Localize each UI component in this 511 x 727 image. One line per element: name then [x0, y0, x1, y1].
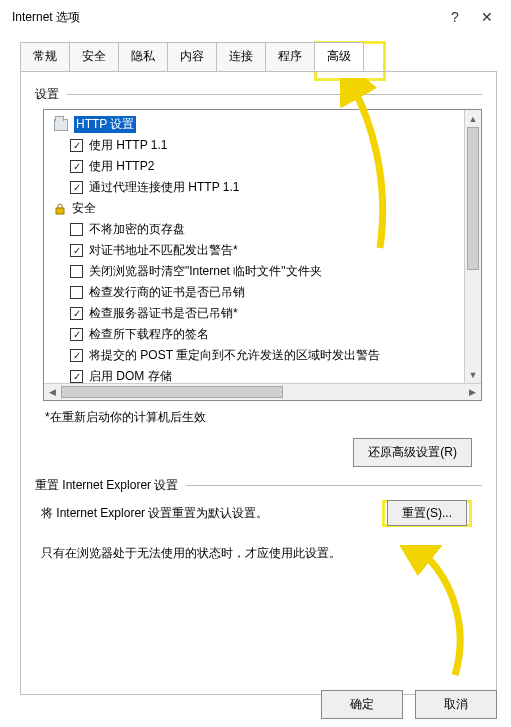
scroll-right-icon[interactable]: ▶ [464, 384, 481, 401]
list-item[interactable]: 将提交的 POST 重定向到不允许发送的区域时发出警告 [48, 345, 481, 366]
dialog-button-row: 确定 取消 [321, 690, 497, 719]
scroll-thumb[interactable] [467, 127, 479, 270]
divider [67, 94, 482, 95]
lock-icon [54, 203, 66, 215]
advanced-panel: 设置 HTTP 设置 使用 HTTP 1.1 使用 HTTP2 通过代理连接使用… [20, 71, 497, 695]
list-item-label: 检查服务器证书是否已吊销* [89, 305, 238, 322]
reset-group-label: 重置 Internet Explorer 设置 [35, 477, 482, 494]
scroll-track[interactable] [61, 384, 464, 400]
list-item-label: 对证书地址不匹配发出警告* [89, 242, 238, 259]
list-item[interactable]: 检查发行商的证书是否已吊销 [48, 282, 481, 303]
reset-info: 只有在浏览器处于无法使用的状态时，才应使用此设置。 [41, 545, 472, 562]
tab-connections[interactable]: 连接 [216, 42, 266, 71]
checkbox-icon[interactable] [70, 286, 83, 299]
list-item[interactable]: 使用 HTTP 1.1 [48, 135, 481, 156]
checkbox-icon[interactable] [70, 160, 83, 173]
list-item[interactable]: 通过代理连接使用 HTTP 1.1 [48, 177, 481, 198]
tab-security[interactable]: 安全 [69, 42, 119, 71]
vertical-scrollbar[interactable]: ▲ ▼ [464, 110, 481, 383]
svg-rect-0 [56, 208, 64, 214]
list-item[interactable]: 不将加密的页存盘 [48, 219, 481, 240]
checkbox-icon[interactable] [70, 370, 83, 383]
settings-list-inner: HTTP 设置 使用 HTTP 1.1 使用 HTTP2 通过代理连接使用 HT… [44, 110, 481, 391]
tab-label: 连接 [229, 49, 253, 63]
tab-advanced[interactable]: 高级 [314, 42, 364, 71]
list-item-label: 检查发行商的证书是否已吊销 [89, 284, 245, 301]
list-item-label: 通过代理连接使用 HTTP 1.1 [89, 179, 239, 196]
list-item[interactable]: 检查服务器证书是否已吊销* [48, 303, 481, 324]
help-button[interactable]: ? [439, 9, 471, 25]
checkbox-icon[interactable] [70, 181, 83, 194]
list-item[interactable]: 检查所下载程序的签名 [48, 324, 481, 345]
list-item-label: HTTP 设置 [74, 116, 136, 133]
list-item-label: 检查所下载程序的签名 [89, 326, 209, 343]
tab-label: 安全 [82, 49, 106, 63]
list-header-http[interactable]: HTTP 设置 [48, 114, 481, 135]
cancel-button[interactable]: 取消 [415, 690, 497, 719]
checkbox-icon[interactable] [70, 349, 83, 362]
tab-programs[interactable]: 程序 [265, 42, 315, 71]
list-item-label: 安全 [72, 200, 96, 217]
reset-button[interactable]: 重置(S)... [387, 500, 467, 526]
checkbox-icon[interactable] [70, 139, 83, 152]
tab-label: 隐私 [131, 49, 155, 63]
list-item-label: 使用 HTTP2 [89, 158, 154, 175]
tab-general[interactable]: 常规 [20, 42, 70, 71]
annotation-highlight-reset: 重置(S)... [382, 500, 472, 527]
settings-listbox[interactable]: HTTP 设置 使用 HTTP 1.1 使用 HTTP2 通过代理连接使用 HT… [43, 109, 482, 401]
ok-button[interactable]: 确定 [321, 690, 403, 719]
group-label-text: 设置 [35, 86, 59, 103]
list-item[interactable]: 对证书地址不匹配发出警告* [48, 240, 481, 261]
tab-label: 常规 [33, 49, 57, 63]
scroll-up-icon[interactable]: ▲ [465, 110, 481, 127]
tab-label: 高级 [327, 49, 351, 63]
list-header-security[interactable]: 安全 [48, 198, 481, 219]
list-item-label: 不将加密的页存盘 [89, 221, 185, 238]
restart-note: *在重新启动你的计算机后生效 [45, 409, 482, 426]
tab-privacy[interactable]: 隐私 [118, 42, 168, 71]
scroll-down-icon[interactable]: ▼ [465, 366, 481, 383]
settings-group-label: 设置 [35, 86, 482, 103]
checkbox-icon[interactable] [70, 244, 83, 257]
list-item[interactable]: 使用 HTTP2 [48, 156, 481, 177]
titlebar: Internet 选项 ? ✕ [0, 0, 511, 34]
window-title: Internet 选项 [12, 9, 439, 26]
tab-strip: 常规 安全 隐私 内容 连接 程序 高级 [20, 42, 497, 71]
close-button[interactable]: ✕ [471, 9, 503, 25]
checkbox-icon[interactable] [70, 328, 83, 341]
scroll-thumb[interactable] [61, 386, 283, 398]
checkbox-icon[interactable] [70, 223, 83, 236]
reset-description: 将 Internet Explorer 设置重置为默认设置。 [41, 505, 268, 522]
tab-label: 内容 [180, 49, 204, 63]
group-label-text: 重置 Internet Explorer 设置 [35, 477, 178, 494]
reset-row: 将 Internet Explorer 设置重置为默认设置。 重置(S)... [41, 500, 472, 527]
scroll-track[interactable] [465, 127, 481, 366]
folder-icon [54, 119, 68, 131]
list-item[interactable]: 关闭浏览器时清空"Internet 临时文件"文件夹 [48, 261, 481, 282]
list-item-label: 将提交的 POST 重定向到不允许发送的区域时发出警告 [89, 347, 380, 364]
restore-row: 还原高级设置(R) [35, 438, 472, 467]
horizontal-scrollbar[interactable]: ◀ ▶ [44, 383, 481, 400]
list-item-label: 使用 HTTP 1.1 [89, 137, 167, 154]
list-item-label: 关闭浏览器时清空"Internet 临时文件"文件夹 [89, 263, 322, 280]
checkbox-icon[interactable] [70, 307, 83, 320]
scroll-left-icon[interactable]: ◀ [44, 384, 61, 401]
divider [186, 485, 482, 486]
checkbox-icon[interactable] [70, 265, 83, 278]
tab-content[interactable]: 内容 [167, 42, 217, 71]
tab-label: 程序 [278, 49, 302, 63]
restore-defaults-button[interactable]: 还原高级设置(R) [353, 438, 472, 467]
